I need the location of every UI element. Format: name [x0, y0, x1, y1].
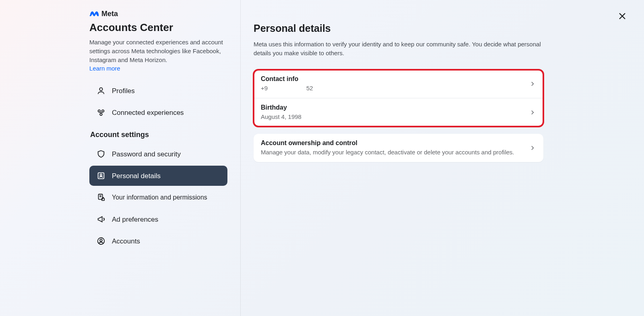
sidebar-item-label: Connected experiences [112, 108, 184, 117]
sidebar-item-profiles[interactable]: Profiles [89, 81, 227, 101]
brand-name: Meta [101, 10, 118, 18]
row-content: Birthday August 4, 1998 [261, 104, 529, 121]
row-account-ownership[interactable]: Account ownership and control Manage you… [254, 134, 543, 162]
row-title: Birthday [261, 104, 524, 111]
svg-point-9 [100, 239, 102, 242]
svg-point-3 [100, 113, 102, 116]
sidebar-item-your-info-permissions[interactable]: Your information and permissions [89, 187, 227, 208]
row-subtitle: Manage your data, modify your legacy con… [261, 148, 524, 156]
close-icon [617, 11, 627, 23]
sidebar-item-label: Your information and permissions [112, 193, 207, 202]
close-button[interactable] [617, 11, 628, 23]
page-description: Meta uses this information to verify you… [254, 40, 543, 58]
chevron-right-icon [529, 80, 536, 87]
row-title: Contact info [261, 75, 524, 83]
learn-more-link[interactable]: Learn more [89, 65, 120, 72]
connections-icon [97, 108, 105, 117]
svg-point-5 [100, 174, 102, 176]
chevron-right-icon [529, 144, 536, 152]
person-icon [97, 86, 105, 95]
row-subtitle: +9 52 [261, 84, 524, 92]
sidebar-item-label: Personal details [112, 172, 161, 180]
sidebar: Meta Accounts Center Manage your connect… [0, 0, 241, 316]
row-subtitle: August 4, 1998 [261, 113, 524, 121]
sidebar-title: Accounts Center [89, 21, 227, 34]
row-content: Contact info +9 52 [261, 75, 529, 92]
ownership-card: Account ownership and control Manage you… [254, 134, 543, 162]
svg-point-0 [99, 88, 102, 91]
sidebar-item-password-security[interactable]: Password and security [89, 144, 227, 164]
sidebar-item-accounts[interactable]: Accounts [89, 231, 227, 251]
meta-logo-icon [89, 10, 99, 18]
id-card-icon [97, 171, 105, 180]
row-content: Account ownership and control Manage you… [261, 139, 529, 156]
sidebar-item-label: Profiles [112, 87, 135, 95]
row-title: Account ownership and control [261, 139, 524, 147]
row-birthday[interactable]: Birthday August 4, 1998 [254, 98, 543, 127]
chevron-right-icon [529, 109, 536, 116]
main-content: Personal details Meta uses this informat… [241, 0, 644, 316]
sidebar-description: Manage your connected experiences and ac… [89, 38, 226, 64]
personal-details-card: Contact info +9 52 Birthday August 4, 19… [254, 70, 543, 127]
page-title: Personal details [254, 23, 631, 34]
row-contact-info[interactable]: Contact info +9 52 [254, 70, 543, 98]
sidebar-item-ad-preferences[interactable]: Ad preferences [89, 209, 227, 229]
sidebar-item-label: Accounts [112, 237, 140, 245]
account-circle-icon [97, 237, 105, 245]
sidebar-item-personal-details[interactable]: Personal details [89, 166, 227, 186]
sidebar-item-label: Password and security [112, 150, 181, 158]
megaphone-icon [97, 215, 105, 224]
shield-icon [97, 150, 105, 158]
sidebar-item-label: Ad preferences [112, 215, 158, 224]
sidebar-section-heading: Account settings [90, 131, 227, 139]
sidebar-item-connected-experiences[interactable]: Connected experiences [89, 102, 227, 123]
brand: Meta [89, 10, 227, 18]
document-lock-icon [97, 193, 105, 202]
